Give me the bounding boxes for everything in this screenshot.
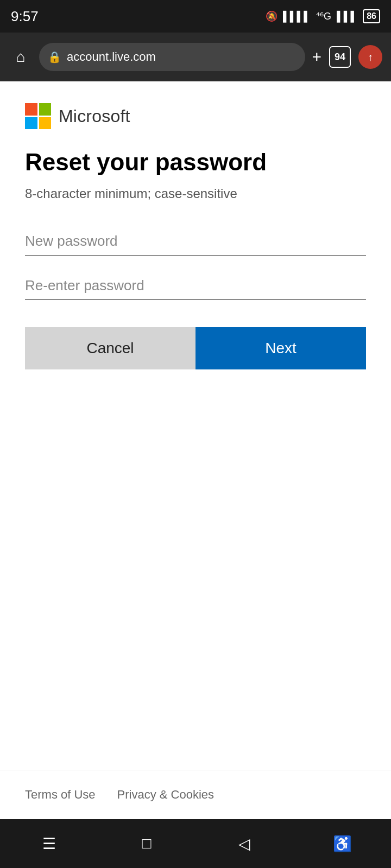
url-text: account.live.com bbox=[67, 50, 156, 64]
status-icons: 🔕 ▌▌▌▌ ⁴⁶G ▌▌▌ 86 bbox=[266, 9, 380, 23]
reenter-password-input[interactable] bbox=[25, 272, 366, 300]
microsoft-logo: Microsoft bbox=[25, 103, 366, 129]
ms-logo-green bbox=[39, 103, 52, 116]
url-bar[interactable]: 🔒 account.live.com bbox=[39, 43, 305, 71]
accessibility-icon[interactable]: ♿ bbox=[326, 827, 358, 860]
ms-logo-blue bbox=[25, 117, 37, 130]
status-bar: 9:57 🔕 ▌▌▌▌ ⁴⁶G ▌▌▌ 86 bbox=[0, 0, 391, 33]
page-subtitle: 8-character minimum; case-sensitive bbox=[25, 186, 366, 201]
browser-actions: + 94 ↑ bbox=[312, 45, 382, 69]
footer: Terms of Use Privacy & Cookies bbox=[0, 770, 391, 819]
next-button[interactable]: Next bbox=[195, 327, 366, 369]
home-icon[interactable]: ⌂ bbox=[9, 48, 33, 66]
lock-icon: 🔒 bbox=[48, 50, 61, 63]
home-nav-icon[interactable]: □ bbox=[130, 827, 163, 860]
spacer bbox=[25, 369, 366, 748]
new-password-field bbox=[25, 227, 366, 256]
ms-logo-yellow bbox=[39, 117, 52, 130]
ms-logo-red bbox=[25, 103, 37, 116]
status-time: 9:57 bbox=[11, 8, 39, 25]
browser-bar: ⌂ 🔒 account.live.com + 94 ↑ bbox=[0, 33, 391, 81]
bell-icon: 🔕 bbox=[266, 10, 278, 22]
terms-of-use-link[interactable]: Terms of Use bbox=[25, 788, 96, 802]
privacy-cookies-link[interactable]: Privacy & Cookies bbox=[117, 788, 215, 802]
button-row: Cancel Next bbox=[25, 327, 366, 369]
new-password-input[interactable] bbox=[25, 227, 366, 256]
page-title: Reset your password bbox=[25, 149, 366, 176]
battery-indicator: 86 bbox=[363, 9, 380, 23]
reenter-password-field bbox=[25, 272, 366, 300]
profile-avatar[interactable]: ↑ bbox=[358, 45, 382, 69]
page-content: Microsoft Reset your password 8-characte… bbox=[0, 81, 391, 770]
ms-logo-grid bbox=[25, 103, 51, 129]
microsoft-name: Microsoft bbox=[59, 106, 130, 126]
nav-bar: ☰ □ ◁ ♿ bbox=[0, 819, 391, 868]
cancel-button[interactable]: Cancel bbox=[25, 327, 195, 369]
signal2-icon: ▌▌▌ bbox=[337, 11, 357, 22]
tab-count[interactable]: 94 bbox=[329, 46, 351, 68]
add-tab-icon[interactable]: + bbox=[312, 48, 321, 66]
profile-arrow-icon: ↑ bbox=[368, 51, 373, 63]
menu-icon[interactable]: ☰ bbox=[33, 827, 65, 860]
data-icon: ⁴⁶G bbox=[316, 10, 331, 22]
back-icon[interactable]: ◁ bbox=[228, 827, 261, 860]
signal-icon: ▌▌▌▌ bbox=[283, 11, 311, 22]
